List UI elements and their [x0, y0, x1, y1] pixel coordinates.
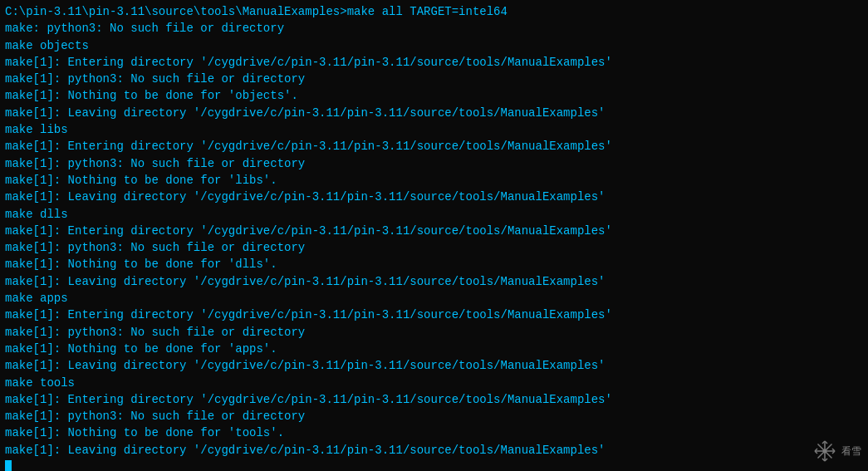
terminal-line: make[1]: python3: No such file or direct… [5, 239, 863, 256]
terminal-line: make[1]: python3: No such file or direct… [5, 408, 863, 424]
terminal-line: make[1]: Nothing to be done for 'tools'. [5, 424, 863, 441]
terminal-line: make[1]: Entering directory '/cygdrive/c… [5, 223, 863, 239]
terminal-line: make tools [5, 375, 863, 391]
terminal-line: make[1]: Nothing to be done for 'dlls'. [5, 256, 863, 272]
terminal-line: make libs [5, 121, 863, 138]
terminal-line: make objects [5, 37, 863, 54]
watermark-icon [812, 438, 838, 464]
terminal-line: make[1]: Entering directory '/cygdrive/c… [5, 138, 863, 155]
terminal-line: make[1]: Entering directory '/cygdrive/c… [5, 391, 863, 408]
terminal-line: make[1]: Nothing to be done for 'libs'. [5, 172, 863, 189]
terminal-line: C:\pin-3.11\pin-3.11\source\tools\Manual… [5, 3, 863, 20]
terminal-line: make[1]: Entering directory '/cygdrive/c… [5, 54, 863, 71]
terminal-line: make[1]: Leaving directory '/cygdrive/c/… [5, 189, 863, 205]
svg-point-12 [823, 449, 827, 454]
terminal-line: make[1]: python3: No such file or direct… [5, 155, 863, 172]
terminal-line: make[1]: python3: No such file or direct… [5, 324, 863, 341]
terminal-line: make[1]: Leaving directory '/cygdrive/c/… [5, 442, 863, 459]
watermark-text: 看雪 [841, 444, 861, 459]
terminal-line: make apps [5, 290, 863, 307]
terminal-line: make[1]: Nothing to be done for 'apps'. [5, 341, 863, 357]
terminal-line: make[1]: Leaving directory '/cygdrive/c/… [5, 273, 863, 290]
terminal-line: make[1]: Leaving directory '/cygdrive/c/… [5, 105, 863, 121]
watermark: 看雪 [812, 438, 861, 464]
terminal-line: make[1]: Entering directory '/cygdrive/c… [5, 307, 863, 323]
terminal-line: make[1]: Nothing to be done for 'objects… [5, 87, 863, 104]
terminal-line: make[1]: Leaving directory '/cygdrive/c/… [5, 357, 863, 374]
terminal-line: make dlls [5, 206, 863, 223]
terminal-cursor-line: _ [5, 459, 863, 471]
terminal-window[interactable]: C:\pin-3.11\pin-3.11\source\tools\Manual… [0, 0, 868, 471]
terminal-output: C:\pin-3.11\pin-3.11\source\tools\Manual… [5, 3, 863, 471]
terminal-line: make: python3: No such file or directory [5, 20, 863, 37]
terminal-line: make[1]: python3: No such file or direct… [5, 71, 863, 87]
